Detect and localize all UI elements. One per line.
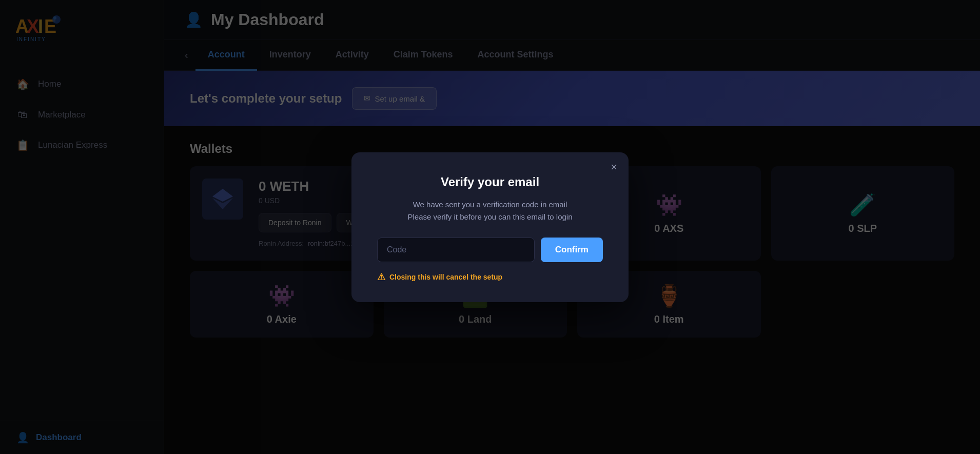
- modal-title: Verify your email: [377, 175, 603, 189]
- warning-icon: ⚠: [377, 271, 385, 283]
- confirm-button[interactable]: Confirm: [541, 238, 603, 262]
- modal-description: We have sent you a verification code in …: [377, 199, 603, 223]
- modal-overlay: × Verify your email We have sent you a v…: [0, 0, 980, 454]
- modal-warning: ⚠ Closing this will cancel the setup: [377, 271, 603, 283]
- modal-input-row: Confirm: [377, 238, 603, 262]
- verify-email-modal: × Verify your email We have sent you a v…: [351, 152, 629, 302]
- modal-desc-line2: Please verify it before you can this ema…: [408, 212, 573, 221]
- modal-close-button[interactable]: ×: [611, 162, 617, 173]
- modal-desc-line1: We have sent you a verification code in …: [413, 200, 567, 209]
- modal-warning-text: Closing this will cancel the setup: [389, 273, 502, 281]
- verification-code-input[interactable]: [377, 238, 535, 262]
